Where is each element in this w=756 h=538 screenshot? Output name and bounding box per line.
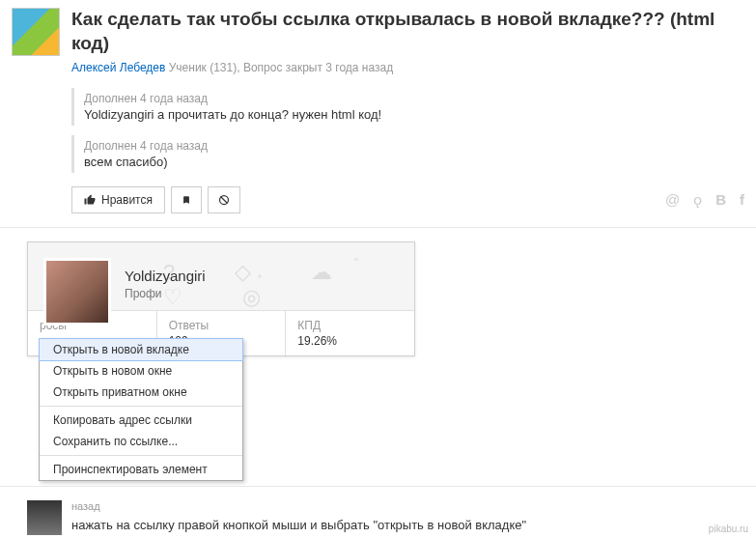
addition: Дополнен 4 года назад всем спасибо) [71,135,744,173]
bookmark-icon [182,194,191,206]
block-icon [218,194,230,206]
share-fb-icon[interactable]: f [740,191,744,209]
question-avatar[interactable] [12,8,60,56]
profile-rank: Профи [125,287,162,300]
profile-name[interactable]: Yoldizyangiri [125,268,206,284]
menu-divider [40,455,242,456]
addition-time: Дополнен 4 года назад [84,92,744,105]
addition: Дополнен 4 года назад Yoldizyangiri а пр… [71,88,744,126]
svg-line-1 [220,197,227,204]
share-vk-icon[interactable]: B [715,191,726,209]
menu-save-link[interactable]: Сохранить по ссылке... [40,431,242,452]
answer-text: нажать на ссылку правой кнопкой мыши и в… [71,518,756,532]
separator [0,227,756,228]
menu-copy-link[interactable]: Копировать адрес ссылки [40,410,242,431]
share-mail-icon[interactable]: @ [665,191,680,209]
addition-text: всем спасибо) [84,155,744,169]
stat-kpd[interactable]: КПД 19.26% [286,311,414,355]
menu-open-private[interactable]: Открыть приватном окне [40,382,242,403]
question-meta: Алексей Лебедев Ученик (131), Вопрос зак… [71,61,744,74]
addition-text: Yoldizyangiri а прочитать до конца? нуже… [84,107,744,122]
answer-time: назад [71,500,756,512]
profile-avatar[interactable] [43,258,111,326]
question-title: Как сделать так чтобы ссылка открывалась… [71,8,744,55]
menu-divider [40,406,242,407]
author-rank: Ученик (131), Вопрос закрыт 3 года назад [169,61,393,74]
menu-inspect[interactable]: Проинспектировать элемент [40,459,242,480]
context-menu: Открыть в новой вкладке Открыть в новом … [39,338,243,481]
like-button[interactable]: Нравится [71,186,165,213]
author-link[interactable]: Алексей Лебедев [71,61,165,74]
separator [0,486,756,487]
like-label: Нравится [101,193,153,207]
thumb-up-icon [84,194,96,206]
answer-avatar[interactable] [27,500,62,535]
watermark: pikabu.ru [709,524,748,534]
addition-time: Дополнен 4 года назад [84,139,744,153]
bookmark-button[interactable] [171,186,202,213]
block-button[interactable] [208,186,240,213]
menu-open-new-tab[interactable]: Открыть в новой вкладке [40,339,242,360]
menu-open-new-window[interactable]: Открыть в новом окне [40,360,242,382]
share-ok-icon[interactable]: ǫ [693,191,702,209]
